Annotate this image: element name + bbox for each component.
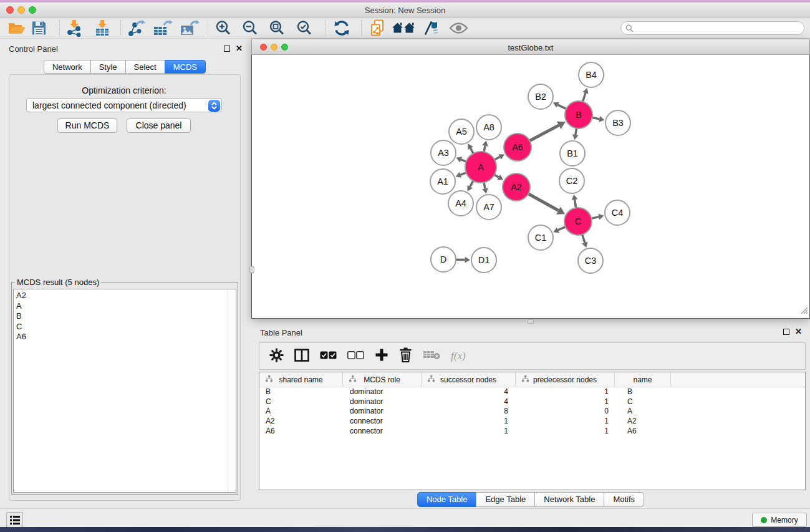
result-item-B[interactable]: B [16, 311, 233, 322]
column-header-predecessor-nodes[interactable]: predecessor nodes [516, 372, 615, 387]
cell[interactable]: B [615, 387, 671, 397]
graph-node-A2[interactable]: A2 [503, 173, 530, 201]
result-item-A[interactable]: A [16, 301, 233, 312]
cell[interactable]: C [259, 397, 343, 407]
graph-node-C3[interactable]: C3 [578, 248, 603, 273]
close-panel-button[interactable]: Close panel [127, 118, 191, 133]
column-header-mcds-role[interactable]: MCDS role [343, 372, 422, 387]
graph-node-B3[interactable]: B3 [605, 110, 630, 135]
result-item-A2[interactable]: A2 [16, 291, 233, 301]
show-hide-details-eye-icon[interactable] [449, 22, 468, 34]
cell[interactable]: A6 [615, 427, 671, 437]
graph-node-B1[interactable]: B1 [560, 141, 585, 166]
graph-node-B4[interactable]: B4 [579, 62, 604, 87]
graph-node-C4[interactable]: C4 [605, 200, 630, 225]
graph-node-A8[interactable]: A8 [476, 115, 501, 140]
run-mcds-button[interactable]: Run MCDS [57, 118, 117, 133]
column-header-name[interactable]: name [615, 372, 671, 387]
cell[interactable]: 0 [516, 407, 615, 417]
mcds-result-list[interactable]: A2ABCA6 [13, 289, 236, 493]
cell[interactable]: 4 [422, 397, 516, 407]
cell[interactable]: 1 [422, 417, 516, 427]
close-panel-icon[interactable]: ✕ [236, 46, 243, 52]
graphics-details-icon[interactable] [422, 19, 438, 36]
table-row-A[interactable]: Adominator80A [259, 407, 805, 417]
delete-column-trash-icon[interactable] [399, 347, 412, 365]
import-network-icon[interactable] [65, 19, 83, 37]
criterion-dropdown[interactable]: largest connected component (directed) [26, 98, 222, 112]
cell[interactable]: A [259, 407, 343, 417]
graph-node-C2[interactable]: C2 [559, 168, 584, 193]
result-item-C[interactable]: C [16, 322, 233, 332]
tab-edge-table[interactable]: Edge Table [476, 492, 535, 507]
cell[interactable]: dominator [343, 387, 422, 397]
tab-node-table[interactable]: Node Table [417, 492, 477, 507]
network-titlebar[interactable]: testGlobe.txt [251, 39, 810, 55]
table-row-B[interactable]: Bdominator41B [259, 387, 805, 397]
cell[interactable]: B [259, 387, 343, 397]
cell[interactable]: A6 [259, 427, 343, 437]
splitter-grip[interactable] [249, 266, 254, 273]
table-row-A6[interactable]: A6connector11A6 [259, 427, 805, 437]
refresh-icon[interactable] [333, 19, 350, 36]
graph-node-D1[interactable]: D1 [471, 248, 496, 273]
cell[interactable]: 1 [516, 417, 615, 427]
close-panel-icon[interactable]: ✕ [795, 329, 802, 335]
add-column-icon[interactable] [375, 348, 388, 364]
select-all-columns-icon[interactable] [320, 351, 337, 362]
save-session-icon[interactable] [31, 20, 47, 36]
cell[interactable]: 1 [516, 387, 615, 397]
delete-table-icon[interactable] [423, 350, 440, 362]
cell[interactable]: connector [343, 427, 422, 437]
cell[interactable]: 1 [516, 427, 615, 437]
tab-motifs[interactable]: Motifs [604, 492, 644, 507]
export-table-icon[interactable] [153, 19, 173, 37]
graph-node-A6[interactable]: A6 [504, 133, 531, 161]
search-input[interactable] [636, 24, 804, 32]
tab-network[interactable]: Network [44, 60, 91, 74]
graph-node-B[interactable]: B [565, 101, 592, 128]
table-row-C[interactable]: Cdominator41C [259, 397, 805, 407]
splitter-grip[interactable] [528, 319, 534, 324]
open-file-icon[interactable] [7, 21, 26, 36]
graph-node-D[interactable]: D [431, 247, 456, 272]
zoom-in-icon[interactable] [215, 19, 232, 36]
graph-node-A[interactable]: A [465, 152, 496, 183]
network-canvas[interactable]: B4B2BB3A8A5A6A3B1AA1C2A2A4A7C4CC1C3DD1 [251, 55, 810, 319]
resize-grip-icon[interactable] [801, 306, 808, 317]
export-image-icon[interactable] [180, 19, 200, 37]
tab-select[interactable]: Select [125, 60, 165, 74]
zoom-selected-icon[interactable] [296, 19, 313, 36]
cell[interactable]: 8 [422, 407, 516, 417]
cell[interactable]: A2 [259, 417, 343, 427]
table-settings-gear-icon[interactable] [269, 348, 284, 365]
graph-node-A4[interactable]: A4 [448, 191, 473, 216]
graph-node-A7[interactable]: A7 [476, 195, 501, 220]
graph-node-A1[interactable]: A1 [430, 169, 455, 194]
column-header-successor-nodes[interactable]: successor nodes [422, 372, 516, 387]
float-panel-icon[interactable] [224, 46, 230, 52]
deselect-all-columns-icon[interactable] [347, 351, 364, 362]
column-header-shared-name[interactable]: shared name [259, 372, 343, 387]
float-panel-icon[interactable] [783, 329, 789, 335]
graph-node-C1[interactable]: C1 [528, 225, 553, 250]
import-table-icon[interactable] [94, 19, 111, 37]
copy-network-icon[interactable] [369, 19, 385, 37]
export-network-icon[interactable] [127, 19, 145, 37]
cell[interactable]: 1 [422, 427, 516, 437]
zoom-out-icon[interactable] [242, 19, 259, 36]
cell[interactable]: A [615, 407, 671, 417]
tab-style[interactable]: Style [90, 60, 126, 74]
home-icon[interactable] [392, 21, 415, 35]
memory-button[interactable]: Memory [752, 513, 807, 527]
cell[interactable]: dominator [343, 397, 422, 407]
task-history-button[interactable] [6, 512, 23, 528]
result-item-A6[interactable]: A6 [16, 332, 233, 342]
graph-node-C[interactable]: C [564, 208, 592, 235]
graph-node-B2[interactable]: B2 [528, 84, 553, 109]
network-graph[interactable]: B4B2BB3A8A5A6A3B1AA1C2A2A4A7C4CC1C3DD1 [252, 55, 809, 317]
dropdown-stepper-icon[interactable] [208, 100, 220, 112]
graph-node-A5[interactable]: A5 [449, 119, 474, 144]
cell[interactable]: A2 [615, 417, 671, 427]
tab-network-table[interactable]: Network Table [534, 492, 604, 507]
